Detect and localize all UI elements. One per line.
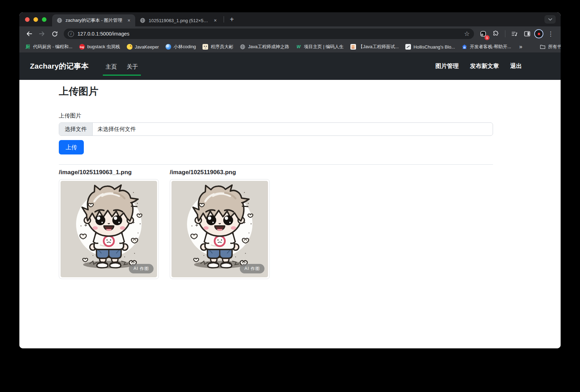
globe-icon: [140, 18, 145, 23]
browser-menu-button[interactable]: ⋮: [545, 30, 556, 38]
reload-button[interactable]: [49, 28, 60, 39]
image-gallery: /image/1025119063_1.png AI 作图 /image/102…: [59, 169, 561, 279]
bookmark-label: Java工程师成神之路: [248, 44, 289, 50]
side-panel-icon: [524, 30, 531, 37]
card-icon: [350, 44, 356, 50]
bookmark-item[interactable]: 【Java工程师面试...: [350, 44, 399, 50]
upload-form-label: 上传图片: [59, 112, 561, 120]
side-panel-button[interactable]: [522, 28, 533, 39]
bookmark-label: 代码厨房 - 编程和...: [33, 44, 73, 50]
tab-separator: [224, 16, 224, 23]
extension-button[interactable]: 1: [478, 28, 489, 39]
w-logo-icon: [296, 44, 301, 50]
section-divider: [59, 164, 493, 165]
folder-icon: [540, 44, 545, 50]
site-navbar: Zachary的记事本 主页 关于 图片管理 发布新文章 退出: [19, 52, 561, 80]
bookmarks-bar: 代码厨房 - 编程和... bugstack 虫洞栈 JavaKeeper 小林…: [19, 41, 561, 52]
bookmark-label: 小林coding: [174, 44, 196, 50]
close-tab-icon[interactable]: ×: [125, 18, 132, 23]
bookmark-label: JavaKeeper: [135, 44, 159, 50]
bookmark-item[interactable]: 代码厨房 - 编程和...: [25, 44, 73, 50]
upload-button[interactable]: 上传: [59, 140, 84, 154]
bookmark-item[interactable]: Java工程师成神之路: [240, 44, 289, 50]
bookmark-item[interactable]: 小林coding: [166, 44, 196, 50]
forward-arrow-icon: [38, 30, 46, 38]
tab-strip: zachary的记事本 - 图片管理 × 1025119063_1.png (5…: [19, 12, 561, 26]
kitchen-icon: [25, 44, 31, 50]
globe-icon: [57, 18, 62, 23]
nav-link-home[interactable]: 主页: [106, 63, 117, 71]
nav-link-logout[interactable]: 退出: [510, 62, 522, 70]
site-brand[interactable]: Zachary的记事本: [30, 61, 89, 71]
bookmark-item[interactable]: 程序员大彬: [202, 44, 233, 50]
media-controls-button[interactable]: [509, 28, 520, 39]
forward-button[interactable]: [36, 28, 48, 39]
bookmark-item[interactable]: 项目主页 | 编码人生: [296, 44, 344, 50]
tab-title: zachary的记事本 - 图片管理: [66, 17, 122, 24]
bookmark-label: 开发者客栈-帮助开...: [470, 44, 511, 50]
no-file-text: 未选择任何文件: [93, 126, 136, 133]
bookmark-label: 【Java工程师面试...: [358, 44, 399, 50]
image-path-title: /image/1025119063_1.png: [59, 169, 159, 176]
back-arrow-icon: [25, 30, 33, 38]
tab-image-file[interactable]: 1025119063_1.png (512×512) ×: [135, 14, 222, 26]
all-bookmarks-button[interactable]: 所有书签: [540, 44, 561, 50]
nav-link-image-management[interactable]: 图片管理: [436, 62, 459, 70]
bug-icon: [79, 44, 85, 50]
chick-icon: [127, 44, 132, 50]
browser-toolbar: i 127.0.0.1:5000/images ☆ 1: [19, 26, 561, 41]
chevron-down-icon: [548, 18, 552, 21]
page-content: Zachary的记事本 主页 关于 图片管理 发布新文章 退出 上传图片 上传图…: [19, 52, 561, 348]
bookmark-item[interactable]: 开发者客栈-帮助开...: [462, 44, 511, 50]
image-path-title: /image/1025119063.png: [170, 169, 270, 176]
extension-badge: 1: [485, 35, 489, 40]
bookmark-item[interactable]: bugstack 虫洞栈: [79, 44, 120, 50]
bookmark-label: HollisChuang's Blo...: [413, 44, 455, 50]
tab-title: 1025119063_1.png (512×512): [149, 18, 208, 23]
browser-window: zachary的记事本 - 图片管理 × 1025119063_1.png (5…: [19, 12, 561, 348]
all-bookmarks-label: 所有书签: [548, 44, 561, 50]
minimize-window-button[interactable]: [33, 17, 38, 22]
bookmark-label: bugstack 虫洞栈: [87, 44, 120, 50]
bookmark-label: 程序员大彬: [211, 44, 233, 50]
bookmark-label: 项目主页 | 编码人生: [304, 44, 344, 50]
site-info-icon[interactable]: i: [68, 31, 74, 37]
tab-images-page[interactable]: zachary的记事本 - 图片管理 ×: [52, 14, 135, 26]
window-controls: [25, 17, 46, 22]
toolbar-separator: [505, 30, 505, 37]
main-content: 上传图片 上传图片 选择文件 未选择任何文件 上传 /image/1025119…: [19, 80, 561, 279]
avatar-dot: [538, 33, 540, 35]
media-playlist-icon: [511, 30, 518, 37]
url-text[interactable]: 127.0.0.1:5000/images: [77, 31, 459, 37]
bookmark-star-icon[interactable]: ☆: [462, 31, 472, 37]
address-bar[interactable]: i 127.0.0.1:5000/images ☆: [64, 29, 474, 39]
gallery-item: /image/1025119063_1.png AI 作图: [59, 169, 159, 279]
close-tab-icon[interactable]: ×: [212, 18, 219, 23]
sketch-icon: [405, 44, 411, 50]
choose-file-button[interactable]: 选择文件: [59, 123, 93, 135]
bookmark-item[interactable]: JavaKeeper: [127, 44, 159, 50]
nav-link-about[interactable]: 关于: [127, 63, 138, 71]
bookmarks-overflow-button[interactable]: »: [518, 44, 524, 50]
back-button[interactable]: [24, 28, 35, 39]
navbar-left-links: 主页 关于: [103, 63, 141, 76]
gallery-image: [61, 181, 157, 277]
image-card: AI 作图: [59, 179, 159, 279]
blue-circle-icon: [166, 44, 171, 50]
nav-link-new-post[interactable]: 发布新文章: [470, 62, 499, 70]
ai-generated-badge: AI 作图: [129, 264, 154, 273]
file-input[interactable]: 选择文件 未选择任何文件: [59, 122, 493, 136]
new-tab-button[interactable]: +: [226, 16, 237, 23]
bookmark-item[interactable]: HollisChuang's Blo...: [405, 44, 455, 50]
ai-generated-badge: AI 作图: [240, 264, 264, 273]
zoom-window-button[interactable]: [42, 17, 46, 22]
puzzle-icon: [492, 30, 499, 37]
gallery-image: [171, 181, 268, 277]
image-card: AI 作图: [170, 179, 270, 279]
globe-icon: [240, 44, 245, 50]
extensions-menu-button[interactable]: [490, 28, 501, 39]
close-window-button[interactable]: [25, 17, 30, 22]
reload-icon: [51, 30, 58, 38]
tab-search-button[interactable]: [544, 15, 556, 24]
profile-avatar[interactable]: [534, 29, 543, 38]
